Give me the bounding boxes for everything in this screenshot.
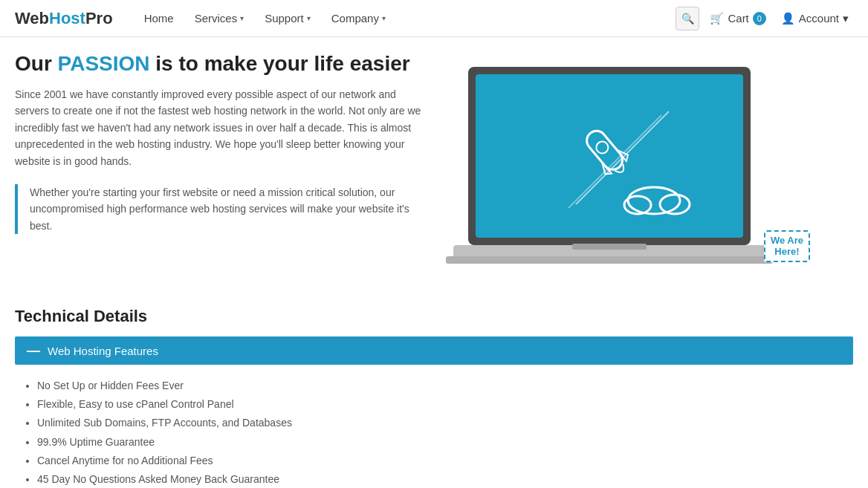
we-are-here-line1: We Are	[771, 235, 803, 246]
headline-pre: Our	[15, 52, 58, 75]
account-button[interactable]: 👤 Account ▾	[777, 12, 853, 25]
nav-right: 🔍 🛒 Cart 0 👤 Account ▾	[676, 7, 853, 30]
search-icon: 🔍	[681, 13, 694, 25]
technical-title: Technical Details	[15, 307, 853, 326]
headline-post: is to make your life easier	[150, 52, 410, 75]
logo[interactable]: WebHostPro	[15, 9, 113, 28]
account-chevron-icon: ▾	[843, 12, 849, 25]
company-chevron-icon: ▾	[382, 14, 386, 22]
technical-section: Technical Details — Web Hosting Features…	[0, 307, 868, 488]
nav-company[interactable]: Company ▾	[323, 0, 395, 37]
quote-text: Whether you're starting your first websi…	[30, 184, 431, 234]
headline-accent: PASSION	[58, 52, 150, 75]
cart-count: 0	[753, 12, 766, 25]
services-chevron-icon: ▾	[240, 14, 244, 22]
features-list: No Set Up or Hidden Fees Ever Flexible, …	[15, 377, 853, 488]
navbar: WebHostPro Home Services ▾ Support ▾ Com…	[0, 0, 868, 37]
svg-rect-1	[476, 74, 743, 238]
list-item: 45 Day No Questions Asked Money Back Gua…	[37, 470, 853, 488]
account-label: Account	[799, 12, 839, 25]
accordion-label: Web Hosting Features	[48, 345, 158, 357]
headline: Our PASSION is to make your life easier	[15, 52, 431, 76]
logo-pro: Pro	[85, 9, 113, 27]
logo-web: Web	[15, 9, 49, 27]
laptop-illustration: We Are Here!	[446, 59, 803, 292]
list-item: Flexible, Easy to use cPanel Control Pan…	[37, 395, 853, 414]
search-button[interactable]: 🔍	[676, 7, 699, 30]
minus-icon: —	[27, 344, 40, 357]
hero-body-text: Since 2001 we have constantly improved e…	[15, 86, 431, 169]
we-are-here-line2: Here!	[774, 246, 799, 257]
list-item: Unlimited Sub Domains, FTP Accounts, and…	[37, 414, 853, 432]
account-icon: 👤	[781, 12, 795, 25]
hero-left: Our PASSION is to make your life easier …	[15, 52, 431, 292]
we-are-here-badge: We Are Here!	[764, 230, 810, 262]
quote-block: Whether you're starting your first websi…	[15, 184, 431, 234]
support-chevron-icon: ▾	[307, 14, 311, 22]
nav-links: Home Services ▾ Support ▾ Company ▾	[135, 0, 676, 37]
cart-button[interactable]: 🛒 Cart 0	[705, 12, 770, 25]
hero-section: Our PASSION is to make your life easier …	[0, 37, 868, 307]
accordion-bar[interactable]: — Web Hosting Features	[15, 336, 853, 365]
logo-host: Host	[49, 9, 85, 27]
list-item: No Set Up or Hidden Fees Ever	[37, 377, 853, 395]
cart-label: Cart	[728, 12, 748, 25]
cart-icon: 🛒	[710, 12, 724, 25]
list-item: Cancel Anytime for no Additional Fees	[37, 452, 853, 470]
list-item: 99.9% Uptime Guarantee	[37, 433, 853, 452]
laptop-svg	[446, 59, 773, 290]
nav-home[interactable]: Home	[135, 0, 183, 37]
hero-right: We Are Here!	[446, 52, 803, 292]
nav-services[interactable]: Services ▾	[186, 0, 253, 37]
svg-rect-13	[572, 244, 647, 250]
nav-support[interactable]: Support ▾	[256, 0, 320, 37]
svg-rect-12	[446, 256, 773, 264]
